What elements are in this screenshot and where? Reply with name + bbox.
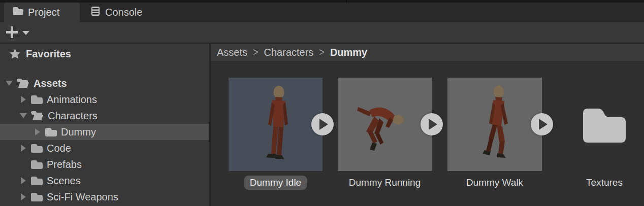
chevron-right-icon: > bbox=[319, 46, 325, 59]
triangle-right-icon[interactable] bbox=[19, 95, 27, 104]
asset-folder-textures[interactable] bbox=[580, 104, 629, 148]
sidebar-item-label: Animations bbox=[47, 94, 97, 106]
triangle-right-icon[interactable] bbox=[19, 193, 27, 201]
triangle-right-icon[interactable] bbox=[34, 128, 42, 136]
asset-thumbnail-dummy-idle[interactable] bbox=[229, 78, 323, 171]
animation-preview-idle bbox=[229, 78, 323, 171]
triangle-right-icon[interactable] bbox=[19, 177, 27, 185]
folder-icon bbox=[30, 192, 43, 202]
triangle-down-icon[interactable] bbox=[19, 112, 27, 120]
triangle-right-icon[interactable] bbox=[19, 144, 27, 152]
folder-icon bbox=[12, 7, 23, 18]
play-icon[interactable] bbox=[421, 113, 443, 135]
folder-icon bbox=[30, 160, 43, 169]
project-browser-panel: Project Console Favorites bbox=[0, 0, 644, 206]
tab-console[interactable]: Console bbox=[82, 3, 150, 22]
sidebar-item-label: Code bbox=[47, 143, 71, 154]
console-icon bbox=[90, 6, 101, 19]
sidebar-item-label: Characters bbox=[48, 110, 98, 122]
folder-icon bbox=[30, 176, 43, 186]
animation-preview-running bbox=[338, 78, 432, 171]
sidebar-item-code[interactable]: Code bbox=[0, 140, 209, 156]
tab-label: Console bbox=[105, 7, 142, 18]
sidebar-item-label: Favorites bbox=[26, 48, 71, 60]
sidebar-item-characters[interactable]: Characters bbox=[0, 108, 209, 124]
animation-preview-walk bbox=[447, 78, 542, 171]
asset-thumbnail-dummy-walk[interactable] bbox=[447, 78, 542, 171]
create-asset-button[interactable] bbox=[5, 26, 29, 40]
sidebar-item-label: Dummy bbox=[61, 126, 96, 138]
tab-bar: Project Console bbox=[0, 3, 644, 22]
asset-label-dummy-running: Dummy Running bbox=[338, 175, 432, 190]
asset-pane: Assets > Characters > Dummy bbox=[211, 44, 644, 206]
sidebar-item-label: Scenes bbox=[47, 175, 81, 187]
sidebar-item-label: Assets bbox=[34, 78, 67, 89]
asset-grid: Dummy Idle Dummy Running Dummy Walk Text… bbox=[211, 63, 644, 206]
folder-tree-sidebar: Favorites Assets Animations Characters bbox=[0, 44, 209, 206]
star-icon bbox=[9, 48, 21, 59]
asset-label-textures: Textures bbox=[558, 175, 644, 190]
breadcrumb: Assets > Characters > Dummy bbox=[211, 44, 644, 62]
tab-label: Project bbox=[28, 7, 59, 18]
breadcrumb-segment-dummy[interactable]: Dummy bbox=[330, 47, 367, 58]
sidebar-item-animations[interactable]: Animations bbox=[0, 91, 209, 108]
plus-icon bbox=[5, 25, 19, 41]
folder-icon bbox=[45, 127, 57, 137]
open-folder-icon bbox=[30, 111, 44, 121]
breadcrumb-segment-assets[interactable]: Assets bbox=[217, 47, 247, 58]
chevron-right-icon: > bbox=[253, 46, 259, 59]
triangle-down-icon[interactable] bbox=[5, 79, 13, 87]
sidebar-item-prefabs[interactable]: Prefabs bbox=[0, 156, 209, 173]
asset-thumbnail-dummy-running[interactable] bbox=[338, 78, 432, 171]
arrow-spacer bbox=[19, 160, 27, 168]
folder-icon bbox=[30, 144, 43, 153]
asset-label-dummy-idle: Dummy Idle bbox=[229, 175, 323, 190]
project-toolbar bbox=[0, 22, 644, 44]
play-icon[interactable] bbox=[311, 113, 334, 135]
sidebar-item-favorites[interactable]: Favorites bbox=[0, 46, 209, 62]
play-icon[interactable] bbox=[531, 113, 553, 135]
folder-icon bbox=[30, 95, 43, 105]
breadcrumb-segment-characters[interactable]: Characters bbox=[264, 47, 314, 58]
sidebar-item-assets[interactable]: Assets bbox=[0, 75, 209, 91]
sidebar-item-dummy[interactable]: Dummy bbox=[0, 124, 209, 140]
caret-down-icon bbox=[22, 31, 29, 35]
sidebar-item-scenes[interactable]: Scenes bbox=[0, 173, 209, 189]
asset-label-dummy-walk: Dummy Walk bbox=[447, 175, 542, 190]
folder-icon bbox=[580, 104, 629, 146]
tab-project[interactable]: Project bbox=[4, 3, 80, 22]
open-folder-icon bbox=[16, 78, 29, 88]
sidebar-item-label: Prefabs bbox=[47, 159, 82, 170]
sidebar-item-scifi-weapons[interactable]: Sci-Fi Weapons bbox=[0, 189, 209, 205]
sidebar-item-label: Sci-Fi Weapons bbox=[47, 191, 118, 203]
selected-label-pill: Dummy Idle bbox=[244, 176, 307, 190]
